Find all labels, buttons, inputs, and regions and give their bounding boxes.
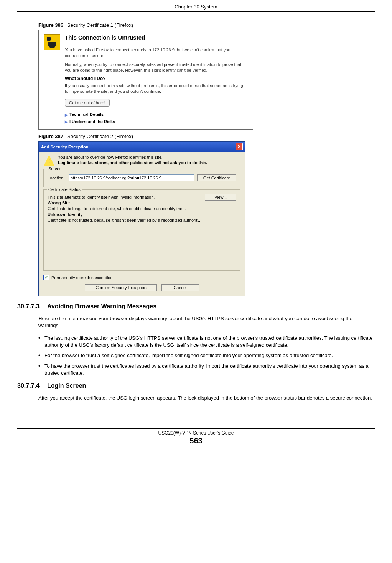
- technical-details-disclosure[interactable]: ▶Technical Details: [65, 112, 247, 117]
- permanently-store-label: Permanently store this exception: [51, 275, 113, 280]
- what-should-i-do-heading: What Should I Do?: [65, 76, 247, 81]
- figure-387-dialog: Add Security Exception ✕ You are about t…: [38, 141, 245, 296]
- override-warning-line2: Legitimate banks, stores, and other publ…: [58, 160, 207, 165]
- untrusted-p1: You have asked Firefox to connect secure…: [65, 47, 247, 59]
- server-legend: Server: [47, 166, 62, 171]
- get-certificate-button[interactable]: Get Certificate: [197, 174, 236, 181]
- get-me-out-button[interactable]: Get me out of here!: [65, 99, 110, 107]
- wrong-site-text: Certificate belongs to a different site,…: [48, 206, 236, 211]
- untrusted-title: This Connection is Untrusted: [65, 34, 247, 41]
- figure-386-box: This Connection is Untrusted You have as…: [38, 30, 253, 130]
- figure-386-caption: Figure 386Security Certificate 1 (Firefo…: [38, 22, 375, 28]
- untrusted-p3: If you usually connect to this site with…: [65, 83, 247, 94]
- figure-387-text: Security Certificate 2 (Firefox): [67, 133, 133, 139]
- footer-rule: [17, 428, 375, 429]
- section-title: Login Screen: [47, 382, 86, 389]
- section-number: 30.7.7.4: [17, 382, 47, 389]
- section-number: 30.7.7.3: [17, 303, 47, 310]
- close-icon: ✕: [237, 145, 241, 149]
- view-button[interactable]: View...: [205, 194, 236, 201]
- unknown-identity-text: Certificate is not trusted, because it h…: [48, 218, 236, 222]
- location-label: Location:: [48, 176, 69, 180]
- footer-page-number: 563: [17, 436, 375, 445]
- section-heading-30-7-7-3: 30.7.7.3Avoiding Browser Warning Message…: [17, 303, 375, 310]
- dialog-title: Add Security Exception: [41, 145, 88, 149]
- wrong-site-heading: Wrong Site: [48, 201, 236, 205]
- understand-risks-disclosure[interactable]: ▶I Understand the Risks: [65, 119, 247, 124]
- override-warning-line1: You are about to override how Firefox id…: [58, 155, 207, 160]
- confirm-security-exception-button[interactable]: Confirm Security Exception: [85, 284, 157, 291]
- warning-badge-icon: [44, 34, 60, 50]
- close-button[interactable]: ✕: [236, 143, 243, 150]
- dialog-titlebar: Add Security Exception ✕: [39, 142, 245, 152]
- certificate-status-groupbox: Certificate Status View... This site att…: [43, 189, 240, 271]
- chevron-right-icon: ▶: [65, 113, 68, 117]
- cancel-button[interactable]: Cancel: [161, 284, 199, 291]
- chevron-right-icon: ▶: [65, 120, 68, 124]
- list-item: For the browser to trust a self-signed c…: [38, 352, 375, 359]
- figure-387-caption: Figure 387Security Certificate 2 (Firefo…: [38, 133, 375, 139]
- list-item: To have the browser trust the certificat…: [38, 363, 375, 376]
- figure-386-text: Security Certificate 1 (Firefox): [67, 22, 133, 28]
- warning-triangle-icon: [43, 155, 55, 166]
- list-item: The issuing certificate authority of the…: [38, 335, 375, 348]
- section-heading-30-7-7-4: 30.7.7.4Login Screen: [17, 382, 375, 389]
- unknown-identity-heading: Unknown Identity: [48, 212, 236, 217]
- server-groupbox: Server Location: Get Certificate: [43, 169, 240, 187]
- section1-intro: Here are the main reasons your browser d…: [38, 315, 375, 329]
- permanently-store-checkbox[interactable]: ✓: [43, 275, 49, 280]
- footer-guide-title: USG20(W)-VPN Series User's Guide: [17, 430, 375, 436]
- location-input[interactable]: [69, 174, 194, 181]
- figure-386-label: Figure 386: [38, 22, 63, 28]
- untrusted-p2: Normally, when you try to connect secure…: [65, 62, 247, 73]
- section1-bullet-list: The issuing certificate authority of the…: [38, 335, 375, 376]
- header-rule: [17, 11, 375, 12]
- chapter-header: Chapter 30 System: [17, 4, 375, 11]
- certificate-status-legend: Certificate Status: [47, 187, 82, 192]
- figure-387-label: Figure 387: [38, 133, 63, 139]
- section2-paragraph: After you accept the certificate, the US…: [38, 395, 375, 402]
- section-title: Avoiding Browser Warning Messages: [47, 303, 156, 309]
